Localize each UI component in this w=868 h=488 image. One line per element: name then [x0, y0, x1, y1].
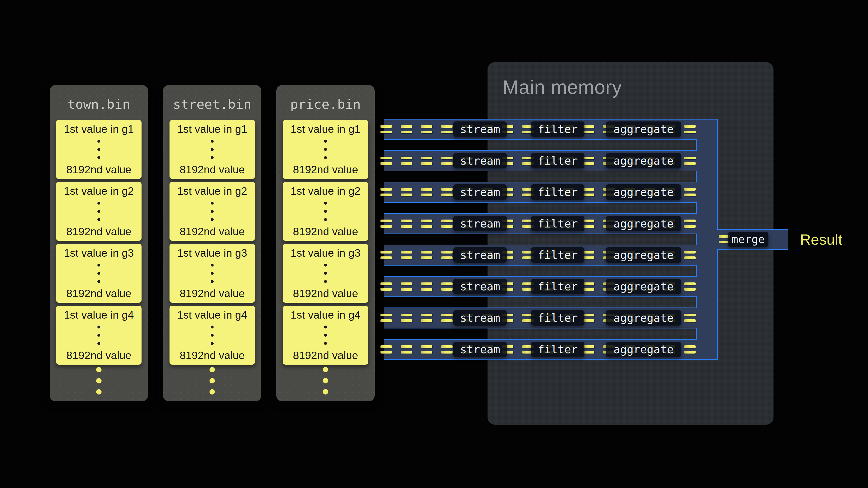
diagram-canvas: Main memory town.bin 1st value in g1 819…: [0, 0, 868, 488]
filter-operator: filter: [531, 153, 585, 168]
merge-connector: merge: [717, 229, 788, 250]
pipeline-row: stream filter aggregate: [384, 276, 697, 297]
stream-operator: stream: [453, 342, 507, 357]
pipeline-row: stream filter aggregate: [384, 307, 697, 328]
pipeline-row: stream filter aggregate: [384, 119, 697, 140]
row-gap-end-cap: [696, 266, 697, 276]
aggregate-operator: aggregate: [606, 247, 681, 263]
pipeline-row: stream filter aggregate: [384, 151, 697, 171]
filter-operator: filter: [531, 279, 585, 294]
row-gap-end-cap: [696, 171, 697, 182]
result-label: Result: [800, 231, 842, 248]
stream-operator: stream: [453, 122, 507, 137]
pipeline-collector-spine: [697, 119, 718, 360]
filter-operator: filter: [531, 247, 585, 263]
aggregate-operator: aggregate: [606, 122, 681, 137]
pipeline-layer: merge Result stream filter aggregate str…: [0, 0, 868, 488]
merge-operator: merge: [728, 232, 768, 247]
aggregate-operator: aggregate: [606, 279, 681, 294]
pipeline-row: stream filter aggregate: [384, 339, 697, 360]
row-gap-end-cap: [696, 234, 697, 245]
stream-operator: stream: [453, 247, 507, 263]
aggregate-operator: aggregate: [606, 184, 681, 200]
filter-operator: filter: [531, 310, 585, 326]
stream-operator: stream: [453, 153, 507, 168]
aggregate-operator: aggregate: [606, 310, 681, 326]
stream-operator: stream: [453, 216, 507, 231]
row-gap-end-cap: [696, 140, 697, 151]
row-gap-end-cap: [696, 328, 697, 339]
row-gap-end-cap: [696, 297, 697, 308]
aggregate-operator: aggregate: [606, 216, 681, 231]
filter-operator: filter: [531, 342, 585, 357]
pipeline-row: stream filter aggregate: [384, 213, 697, 234]
row-gap-end-cap: [696, 203, 697, 213]
filter-operator: filter: [531, 216, 585, 231]
aggregate-operator: aggregate: [606, 153, 681, 168]
spine-border-segment: [717, 119, 718, 229]
stream-operator: stream: [453, 310, 507, 326]
filter-operator: filter: [531, 122, 585, 137]
pipeline-row: stream filter aggregate: [384, 182, 697, 203]
stream-operator: stream: [453, 184, 507, 200]
aggregate-operator: aggregate: [606, 342, 681, 357]
spine-border-segment: [717, 249, 718, 360]
stream-operator: stream: [453, 279, 507, 294]
filter-operator: filter: [531, 184, 585, 200]
pipeline-row: stream filter aggregate: [384, 245, 697, 266]
